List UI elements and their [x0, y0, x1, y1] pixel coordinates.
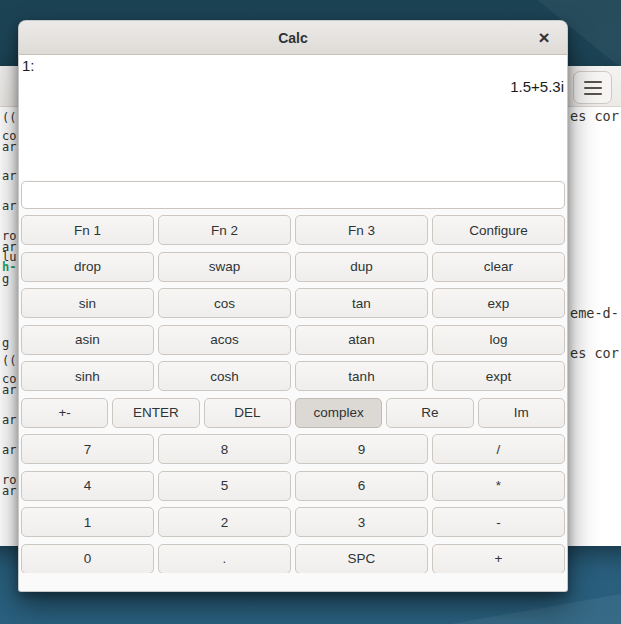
calc-window: Calc × 1: 1.5+5.3i Fn 1Fn 2Fn 3Configure…	[18, 20, 568, 592]
key-3[interactable]: 3	[295, 507, 428, 537]
terminal-text-fragment: g	[2, 337, 9, 349]
key-acos[interactable]: acos	[158, 325, 291, 355]
key-enter[interactable]: ENTER	[112, 398, 199, 428]
echo-area	[19, 573, 567, 591]
keypad-row: asinacosatanlog	[21, 325, 565, 355]
keypad-row: 123-	[21, 507, 565, 537]
key-cosh[interactable]: cosh	[158, 361, 291, 391]
terminal-text-fragment: es cor	[570, 109, 619, 123]
keypad-row: 0.SPC+	[21, 544, 565, 574]
terminal-text-fragment: ar	[2, 414, 16, 426]
key-7[interactable]: 7	[21, 434, 154, 464]
key-1[interactable]: 1	[21, 507, 154, 537]
entry-field[interactable]	[21, 181, 565, 209]
key-im[interactable]: Im	[478, 398, 565, 428]
key-4[interactable]: 4	[21, 471, 154, 501]
key-log[interactable]: log	[432, 325, 565, 355]
stack-display: 1: 1.5+5.3i	[19, 55, 567, 180]
stack-index-label: 1:	[22, 56, 564, 75]
key-exp[interactable]: exp	[432, 288, 565, 318]
titlebar[interactable]: Calc ×	[19, 21, 567, 55]
close-button[interactable]: ×	[529, 21, 559, 54]
terminal-text-fragment: ar	[2, 485, 16, 497]
key-6[interactable]: 6	[295, 471, 428, 501]
terminal-text-fragment: ar	[2, 170, 16, 182]
key-del[interactable]: DEL	[204, 398, 291, 428]
keypad-row: +-ENTERDELcomplexReIm	[21, 398, 565, 428]
desktop-background: { "window": { "title": "Calc", "close_gl…	[0, 0, 621, 624]
terminal-text-fragment: ar	[2, 200, 16, 212]
key-asin[interactable]: asin	[21, 325, 154, 355]
key-tanh[interactable]: tanh	[295, 361, 428, 391]
key-divide[interactable]: /	[432, 434, 565, 464]
terminal-text-fragment: ((	[2, 355, 16, 367]
key-spc[interactable]: SPC	[295, 544, 428, 574]
key-fn-2[interactable]: Fn 2	[158, 215, 291, 245]
key-expt[interactable]: expt	[432, 361, 565, 391]
terminal-text-fragment: ar	[2, 141, 16, 153]
terminal-text-fragment: eme-d-	[570, 306, 619, 320]
keypad-row: dropswapdupclear	[21, 252, 565, 282]
terminal-text-fragment: ar	[2, 444, 16, 456]
key-atan[interactable]: atan	[295, 325, 428, 355]
key-plus[interactable]: +	[432, 544, 565, 574]
key-plus-minus[interactable]: +-	[21, 398, 108, 428]
key-fn-3[interactable]: Fn 3	[295, 215, 428, 245]
key-fn-1[interactable]: Fn 1	[21, 215, 154, 245]
key-configure[interactable]: Configure	[432, 215, 565, 245]
terminal-text-fragment: ((	[2, 112, 16, 124]
key-sin[interactable]: sin	[21, 288, 154, 318]
key-sinh[interactable]: sinh	[21, 361, 154, 391]
desktop-accent-stripe	[451, 594, 621, 624]
key-0[interactable]: 0	[21, 544, 154, 574]
terminal-text-fragment: es cor	[570, 346, 619, 360]
key-complex[interactable]: complex	[295, 398, 382, 428]
background-menu-button[interactable]	[573, 71, 612, 104]
terminal-text-fragment: ar	[2, 384, 16, 396]
key-decimal[interactable]: .	[158, 544, 291, 574]
hamburger-menu-icon	[584, 81, 602, 95]
window-title: Calc	[278, 30, 308, 46]
keypad: Fn 1Fn 2Fn 3Configuredropswapdupclearsin…	[21, 215, 565, 580]
keypad-row: Fn 1Fn 2Fn 3Configure	[21, 215, 565, 245]
key-9[interactable]: 9	[295, 434, 428, 464]
key-dup[interactable]: dup	[295, 252, 428, 282]
stack-value: 1.5+5.3i	[22, 77, 564, 96]
keypad-row: sinhcoshtanhexpt	[21, 361, 565, 391]
key-re[interactable]: Re	[386, 398, 473, 428]
keypad-row: 789/	[21, 434, 565, 464]
key-multiply[interactable]: *	[432, 471, 565, 501]
terminal-text-fragment: g	[2, 273, 9, 285]
keypad-row: 456*	[21, 471, 565, 501]
key-cos[interactable]: cos	[158, 288, 291, 318]
key-tan[interactable]: tan	[295, 288, 428, 318]
key-5[interactable]: 5	[158, 471, 291, 501]
keypad-row: sincostanexp	[21, 288, 565, 318]
key-2[interactable]: 2	[158, 507, 291, 537]
key-8[interactable]: 8	[158, 434, 291, 464]
key-minus[interactable]: -	[432, 507, 565, 537]
key-drop[interactable]: drop	[21, 252, 154, 282]
key-clear[interactable]: clear	[432, 252, 565, 282]
key-swap[interactable]: swap	[158, 252, 291, 282]
